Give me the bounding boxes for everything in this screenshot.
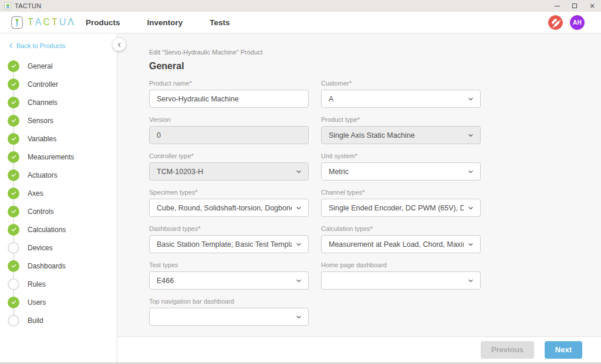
home-page-dashboard-select[interactable] — [321, 271, 481, 290]
sidebar-item-measurements[interactable]: Measurements — [0, 148, 117, 166]
next-button[interactable]: Next — [545, 341, 582, 359]
sidebar-item-sensors[interactable]: Sensors — [0, 111, 117, 130]
step-pending-icon — [8, 315, 19, 326]
field-label: Product name* — [149, 80, 309, 87]
breadcrumb: Edit "Servo-Hydraulic Machine" Product — [149, 49, 601, 56]
step-done-icon — [8, 260, 19, 272]
step-pending-icon — [8, 242, 19, 254]
maximize-icon — [572, 4, 577, 8]
sidebar-item-users[interactable]: Users — [0, 293, 117, 311]
step-done-icon — [8, 115, 19, 127]
step-done-icon — [8, 60, 19, 72]
app-icon — [4, 2, 11, 9]
unit-system-select[interactable]: Metric — [321, 162, 481, 181]
field-label: Dashboard types* — [149, 225, 309, 232]
general-form: Product name* Servo-Hydraulic Machine Cu… — [149, 80, 601, 326]
step-done-icon — [8, 79, 19, 90]
chevron-left-icon — [8, 43, 14, 49]
sidebar-item-controls[interactable]: Controls — [0, 202, 117, 220]
close-icon: ✕ — [589, 3, 595, 9]
top-navbar: TACTUΛ Products Inventory Tests AH — [0, 12, 601, 33]
field-home-page-dashboard: Home page dashboard — [321, 261, 481, 290]
controller-type-select: TCM-10203-H — [149, 162, 309, 181]
field-product-name: Product name* Servo-Hydraulic Machine — [149, 80, 309, 108]
field-label: Specimen types* — [149, 189, 309, 196]
chevron-left-icon — [116, 42, 123, 48]
page-title: General — [149, 61, 601, 72]
sidebar: Back to Products General Controller Chan… — [0, 33, 117, 362]
nav-item-products[interactable]: Products — [86, 18, 120, 27]
field-specimen-types: Specimen types* Cube, Round, Solidshaft-… — [149, 189, 309, 217]
sidebar-item-rules[interactable]: Rules — [0, 275, 117, 293]
maximize-button[interactable] — [566, 0, 583, 12]
sidebar-item-controller[interactable]: Controller — [0, 75, 117, 93]
field-calculation-types: Calculation types* Measurement at Peak L… — [321, 225, 481, 253]
field-controller-type: Controller type* TCM-10203-H — [149, 152, 309, 181]
app-window: TACTUN ✕ TACTUΛ Products Inventory Tests — [0, 0, 601, 364]
close-button[interactable]: ✕ — [583, 0, 601, 12]
field-label: Test types — [149, 261, 309, 268]
previous-button[interactable]: Previous — [481, 341, 534, 359]
brand-logo[interactable]: TACTUΛ — [11, 15, 76, 30]
field-customer: Customer* A — [321, 80, 481, 108]
step-done-icon — [8, 97, 19, 108]
nav-item-inventory[interactable]: Inventory — [147, 18, 183, 27]
field-label: Customer* — [321, 80, 481, 87]
chevron-down-icon — [295, 168, 302, 175]
chevron-down-icon — [295, 314, 302, 321]
product-name-input[interactable]: Servo-Hydraulic Machine — [149, 90, 309, 108]
chevron-down-icon — [295, 205, 302, 212]
field-label: Version — [149, 116, 309, 123]
calculation-types-select[interactable]: Measurement at Peak Load, Chord, Maximum… — [321, 235, 481, 253]
sidebar-collapse-button[interactable] — [113, 38, 126, 51]
user-avatar[interactable]: AH — [570, 15, 585, 30]
sidebar-item-actuators[interactable]: Actuators — [0, 166, 117, 184]
step-done-icon — [8, 206, 19, 217]
chevron-down-icon — [467, 277, 474, 284]
specimen-types-select[interactable]: Cube, Round, Solidshaft-torsion, Dogbone — [149, 199, 309, 217]
window-titlebar: TACTUN ✕ — [0, 0, 601, 12]
field-label: Channel types* — [321, 189, 481, 196]
chevron-down-icon — [467, 241, 474, 248]
step-done-icon — [8, 133, 19, 145]
form-content: Edit "Servo-Hydraulic Machine" Product G… — [117, 33, 601, 336]
controller-disconnected-icon[interactable] — [548, 15, 563, 30]
window-title: TACTUN — [15, 2, 42, 9]
field-product-type: Product type* Single Axis Static Machine — [321, 116, 481, 144]
nav-item-tests[interactable]: Tests — [210, 18, 229, 27]
chevron-down-icon — [467, 96, 474, 103]
stepper-list: General Controller Channels Sensors Vari… — [0, 57, 117, 329]
product-type-select: Single Axis Static Machine — [321, 126, 481, 144]
sidebar-item-dashboards[interactable]: Dashboards — [0, 257, 117, 275]
brand-wordmark: TACTUΛ — [28, 18, 76, 27]
main-area: Edit "Servo-Hydraulic Machine" Product G… — [117, 33, 601, 362]
back-to-products-link[interactable]: Back to Products — [0, 42, 117, 50]
field-dashboard-types: Dashboard types* Basic Station Template,… — [149, 225, 309, 253]
field-label: Top navigation bar dashboard — [149, 298, 309, 305]
channel-types-select[interactable]: Single Ended Encoder, DC PWM (65V), Digi… — [321, 199, 481, 217]
sidebar-item-build[interactable]: Build — [0, 311, 117, 329]
brand-logo-icon — [11, 15, 23, 30]
sidebar-item-calculations[interactable]: Calculations — [0, 220, 117, 239]
test-types-select[interactable]: E466 — [149, 271, 309, 290]
chevron-down-icon — [295, 277, 302, 284]
sidebar-item-channels[interactable]: Channels — [0, 93, 117, 111]
dashboard-types-select[interactable]: Basic Station Template, Basic Test Templ… — [149, 235, 309, 253]
field-top-navigation-bar-dashboard: Top navigation bar dashboard — [149, 298, 309, 326]
top-nav-dashboard-select[interactable] — [149, 308, 309, 326]
step-done-icon — [8, 188, 19, 199]
chevron-down-icon — [295, 241, 302, 248]
field-label: Home page dashboard — [321, 261, 481, 268]
sidebar-item-axes[interactable]: Axes — [0, 184, 117, 202]
step-done-icon — [8, 169, 19, 181]
field-label: Calculation types* — [321, 225, 481, 232]
field-version: Version 0 — [149, 116, 309, 144]
minimize-button[interactable] — [548, 0, 566, 12]
chevron-down-icon — [467, 132, 474, 139]
wizard-footer: Previous Next — [117, 336, 601, 362]
sidebar-item-variables[interactable]: Variables — [0, 130, 117, 148]
customer-select[interactable]: A — [321, 90, 481, 108]
sidebar-item-general[interactable]: General — [0, 57, 117, 75]
step-done-icon — [8, 151, 19, 163]
sidebar-item-devices[interactable]: Devices — [0, 239, 117, 257]
